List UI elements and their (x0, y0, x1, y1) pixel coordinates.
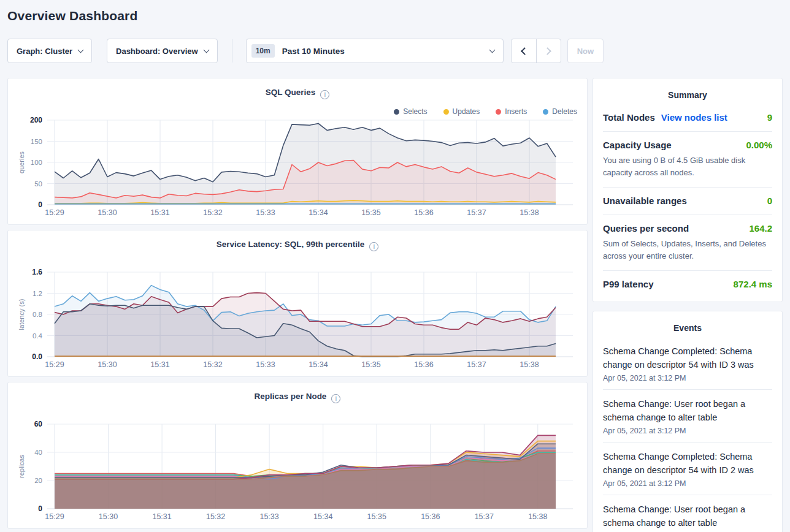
chevron-down-icon (203, 47, 209, 53)
svg-text:15:33: 15:33 (259, 512, 278, 521)
time-range-label: Past 10 Minutes (282, 47, 484, 56)
sql-queries-panel: SQL Queriesi SelectsUpdatesInsertsDelete… (7, 78, 588, 225)
capacity-subtext: You are using 0 B of 4.5 GiB usable disk… (603, 154, 772, 178)
view-nodes-link[interactable]: View nodes list (661, 112, 727, 123)
svg-text:15:38: 15:38 (520, 360, 539, 369)
dashboard-dropdown[interactable]: Dashboard: Overview (107, 39, 218, 63)
capacity-label: Capacity Usage (603, 140, 672, 150)
next-time-button[interactable] (536, 39, 561, 63)
graph-dropdown-label: Graph: Cluster (17, 47, 72, 56)
svg-text:replicas: replicas (18, 455, 25, 478)
svg-text:15:36: 15:36 (421, 512, 440, 521)
legend-dot-icon (496, 109, 501, 115)
event-item[interactable]: Schema Change: User root began a schema … (593, 495, 782, 532)
chevron-down-icon (489, 47, 495, 53)
svg-text:0.0: 0.0 (32, 352, 42, 361)
svg-text:1.6: 1.6 (32, 268, 42, 276)
svg-text:150: 150 (31, 138, 42, 145)
summary-row-total-nodes: Total Nodes View nodes list 9 (593, 104, 782, 131)
svg-text:15:31: 15:31 (150, 360, 169, 369)
svg-text:15:32: 15:32 (203, 208, 222, 217)
main-content: SQL Queriesi SelectsUpdatesInsertsDelete… (7, 78, 783, 532)
qps-value: 164.2 (749, 223, 772, 234)
summary-panel: Summary Total Nodes View nodes list 9 Ca… (592, 78, 783, 302)
svg-text:0.8: 0.8 (33, 311, 42, 318)
events-panel: Events Schema Change Completed: Schema c… (592, 311, 783, 532)
unavailable-ranges-value: 0 (767, 196, 772, 206)
svg-text:queries: queries (18, 151, 25, 173)
legend-dot-icon (543, 109, 548, 115)
time-range-dropdown[interactable]: 10m Past 10 Minutes (246, 39, 504, 63)
total-nodes-value: 9 (767, 112, 772, 123)
event-timestamp: Apr 05, 2021 at 3:12 PM (603, 427, 772, 435)
p99-latency-value: 872.4 ms (734, 279, 772, 289)
svg-text:latency (s): latency (s) (18, 299, 25, 330)
svg-text:15:29: 15:29 (45, 208, 64, 217)
service-latency-panel: Service Latency: SQL, 99th percentilei 1… (7, 230, 588, 377)
sql-queries-chart-canvas: 15:2915:3015:3115:3215:3315:3415:3515:36… (8, 115, 588, 223)
chevron-down-icon (78, 47, 84, 53)
qps-label: Queries per second (603, 223, 689, 234)
toolbar-divider (232, 39, 232, 63)
svg-text:15:33: 15:33 (256, 208, 275, 217)
prev-time-button[interactable] (512, 39, 536, 63)
page-title: Overview Dashboard (7, 9, 790, 23)
summary-row-unavailable: Unavailable ranges 0 (593, 188, 782, 215)
svg-text:15:35: 15:35 (361, 360, 380, 369)
side-column: Summary Total Nodes View nodes list 9 Ca… (592, 78, 783, 532)
info-icon[interactable]: i (369, 242, 378, 251)
svg-text:15:30: 15:30 (99, 512, 118, 521)
svg-text:40: 40 (34, 449, 42, 456)
svg-text:15:32: 15:32 (203, 360, 222, 369)
event-item[interactable]: Schema Change: User root began a schema … (593, 390, 782, 442)
legend-item[interactable]: Inserts (496, 107, 527, 116)
event-item[interactable]: Schema Change Completed: Schema change o… (593, 443, 782, 495)
svg-text:15:37: 15:37 (467, 208, 486, 217)
toolbar: Graph: Cluster Dashboard: Overview 10m P… (7, 39, 783, 63)
event-timestamp: Apr 05, 2021 at 3:12 PM (603, 374, 772, 382)
info-icon[interactable]: i (320, 90, 329, 99)
summary-row-p99: P99 latency 872.4 ms (593, 271, 782, 302)
dashboard-dropdown-label: Dashboard: Overview (116, 47, 198, 56)
svg-text:60: 60 (34, 420, 43, 428)
svg-text:15:36: 15:36 (414, 360, 433, 369)
svg-text:15:37: 15:37 (475, 512, 494, 521)
svg-text:15:30: 15:30 (98, 208, 117, 217)
qps-subtext: Sum of Selects, Updates, Inserts, and De… (603, 238, 772, 262)
svg-text:15:31: 15:31 (150, 208, 169, 217)
svg-text:15:34: 15:34 (309, 208, 328, 217)
svg-text:15:29: 15:29 (45, 512, 64, 521)
time-range-badge: 10m (251, 44, 275, 58)
svg-text:15:37: 15:37 (467, 360, 486, 369)
svg-text:1.2: 1.2 (33, 290, 42, 297)
info-icon[interactable]: i (331, 394, 340, 403)
event-text: Schema Change: User root began a schema … (603, 397, 772, 425)
chart-title-row: SQL Queriesi (8, 88, 587, 99)
chevron-left-icon (521, 47, 529, 55)
legend-item[interactable]: Deletes (543, 107, 577, 116)
chart-title-row: Service Latency: SQL, 99th percentilei (8, 240, 587, 251)
svg-text:200: 200 (30, 116, 42, 124)
legend-item[interactable]: Selects (394, 107, 427, 116)
svg-text:15:35: 15:35 (367, 512, 386, 521)
svg-text:15:33: 15:33 (256, 360, 275, 369)
events-title: Events (593, 311, 782, 337)
chart-title: Replicas per Node (255, 392, 327, 401)
svg-text:15:32: 15:32 (206, 512, 225, 521)
svg-text:15:34: 15:34 (309, 360, 328, 369)
svg-text:15:38: 15:38 (520, 208, 539, 217)
legend-item[interactable]: Updates (443, 107, 480, 116)
chart-title-row: Replicas per Nodei (8, 392, 587, 403)
graph-dropdown[interactable]: Graph: Cluster (7, 39, 92, 63)
event-item[interactable]: Schema Change Completed: Schema change o… (593, 337, 782, 389)
now-button[interactable]: Now (567, 39, 604, 63)
p99-latency-label: P99 latency (603, 279, 654, 289)
svg-text:15:34: 15:34 (313, 512, 332, 521)
event-text: Schema Change: User root began a schema … (603, 503, 772, 530)
svg-text:15:38: 15:38 (528, 512, 547, 521)
svg-text:0: 0 (38, 504, 42, 513)
legend-dot-icon (394, 109, 399, 115)
svg-text:0: 0 (38, 200, 42, 209)
charts-column: SQL Queriesi SelectsUpdatesInsertsDelete… (7, 78, 588, 529)
chart-legend: SelectsUpdatesInsertsDeletes (394, 107, 577, 116)
